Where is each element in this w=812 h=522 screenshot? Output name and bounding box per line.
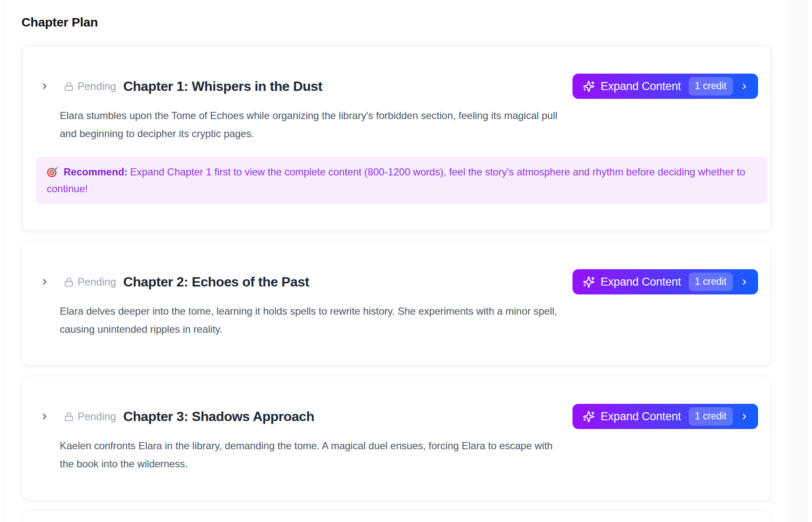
chevron-right-icon[interactable] (40, 82, 49, 91)
chapter-description: Elara delves deeper into the tome, learn… (60, 302, 559, 338)
sparkles-icon (583, 411, 595, 423)
chapter-card-2: Pending Chapter 2: Echoes of the Past Ex… (21, 241, 772, 366)
expand-button-label: Expand Content (601, 410, 681, 423)
chapter-description: Elara stumbles upon the Tome of Echoes w… (60, 106, 559, 143)
status-label: Pending (77, 80, 116, 93)
credit-badge: 1 credit (689, 77, 733, 95)
chapter-title: Chapter 3: Shadows Approach (123, 409, 314, 424)
chapter-3-header-row[interactable]: Pending Chapter 3: Shadows Approach Expa… (22, 404, 771, 429)
recommendation-banner: Recommend:Expand Chapter 1 first to view… (36, 157, 767, 204)
expand-content-button[interactable]: Expand Content 1 credit (572, 269, 758, 294)
sparkles-icon (583, 276, 595, 288)
credit-badge: 1 credit (689, 273, 733, 291)
status-label: Pending (77, 411, 116, 423)
chapter-card-partial (21, 510, 772, 522)
lock-icon (64, 412, 74, 421)
expand-button-label: Expand Content (601, 276, 681, 289)
chapter-status: Pending (64, 80, 116, 93)
chevron-right-icon (740, 278, 749, 286)
expand-content-button[interactable]: Expand Content 1 credit (572, 74, 758, 99)
chapter-status: Pending (64, 276, 116, 288)
status-label: Pending (77, 276, 116, 288)
chevron-right-icon (740, 412, 749, 421)
page-title: Chapter Plan (21, 15, 772, 29)
chapter-plan-panel: Chapter Plan Pending Chapter 1: Whispers… (3, 0, 790, 522)
right-gutter (790, 0, 808, 522)
chapter-card-3: Pending Chapter 3: Shadows Approach Expa… (21, 376, 772, 500)
chapter-2-header-row[interactable]: Pending Chapter 2: Echoes of the Past Ex… (22, 269, 771, 294)
chapter-description: Kaelen confronts Elara in the library, d… (60, 437, 559, 473)
chapter-status: Pending (64, 411, 116, 423)
chapter-title: Chapter 1: Whispers in the Dust (123, 79, 322, 94)
target-emoji-icon (47, 166, 59, 178)
chevron-right-icon (740, 82, 749, 91)
chevron-right-icon[interactable] (40, 412, 49, 421)
chapter-1-header-row[interactable]: Pending Chapter 1: Whispers in the Dust … (22, 74, 771, 99)
expand-button-label: Expand Content (601, 80, 681, 93)
chapter-title: Chapter 2: Echoes of the Past (123, 274, 309, 290)
chevron-right-icon[interactable] (40, 277, 49, 286)
credit-badge: 1 credit (689, 407, 733, 426)
chapter-card-list: Pending Chapter 1: Whispers in the Dust … (21, 45, 772, 522)
recommend-text: Expand Chapter 1 first to view the compl… (47, 166, 745, 194)
lock-icon (64, 277, 74, 287)
sparkles-icon (583, 80, 595, 93)
lock-icon (64, 82, 74, 91)
chapter-card-1: Pending Chapter 1: Whispers in the Dust … (21, 45, 772, 231)
expand-content-button[interactable]: Expand Content 1 credit (572, 404, 758, 429)
recommend-label: Recommend: (64, 166, 128, 178)
